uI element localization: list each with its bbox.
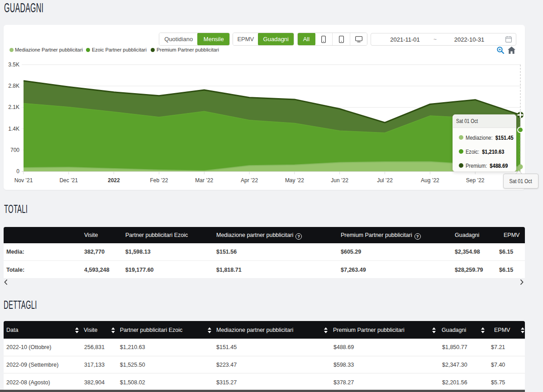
svg-text:3.5K: 3.5K — [8, 61, 19, 68]
svg-text:700: 700 — [10, 147, 19, 153]
svg-text:Jul ’22: Jul ’22 — [377, 177, 393, 184]
svg-text:Feb ’22: Feb ’22 — [150, 177, 168, 184]
svg-text:Jun ’22: Jun ’22 — [331, 177, 348, 184]
svg-text:Apr ’22: Apr ’22 — [241, 177, 258, 184]
svg-text:Nov ’21: Nov ’21 — [14, 177, 33, 184]
svg-text:2022: 2022 — [108, 177, 120, 184]
svg-text:Mar ’22: Mar ’22 — [195, 177, 213, 184]
svg-text:Sep ’22: Sep ’22 — [466, 177, 485, 184]
svg-text:1.4K: 1.4K — [8, 126, 19, 132]
svg-text:Dec ’21: Dec ’21 — [59, 177, 78, 184]
svg-text:2.1K: 2.1K — [8, 104, 19, 110]
svg-text:Aug ’22: Aug ’22 — [421, 177, 439, 184]
svg-text:0: 0 — [16, 168, 19, 175]
svg-text:2.8K: 2.8K — [8, 83, 19, 89]
svg-text:May ’22: May ’22 — [285, 177, 304, 184]
